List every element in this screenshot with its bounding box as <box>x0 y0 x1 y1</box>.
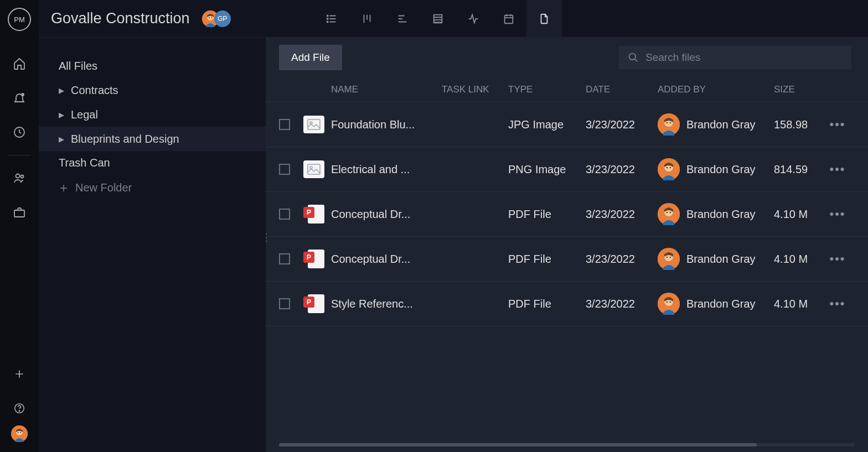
horizontal-scrollbar[interactable] <box>279 442 855 448</box>
file-type: PNG Image <box>508 163 586 176</box>
row-more-icon[interactable]: ••• <box>829 297 845 311</box>
file-row[interactable]: PConceptual Dr...PDF File3/23/2022Brando… <box>266 237 868 282</box>
svg-point-15 <box>327 15 328 16</box>
col-task[interactable]: TASK LINK <box>442 84 508 95</box>
row-checkbox[interactable] <box>279 253 290 264</box>
resize-handle[interactable]: ⋮ <box>261 231 270 243</box>
svg-point-20 <box>629 54 636 60</box>
people-icon[interactable] <box>12 171 27 185</box>
svg-point-13 <box>208 17 209 18</box>
avatar <box>658 248 680 270</box>
gantt-view-icon[interactable] <box>385 0 420 38</box>
tree-folder-contracts[interactable]: ▸Contracts <box>39 78 266 102</box>
file-row[interactable]: PConceptual Dr...PDF File3/23/2022Brando… <box>266 192 868 237</box>
avatar <box>658 203 680 225</box>
row-more-icon[interactable]: ••• <box>829 252 845 266</box>
files-view-icon[interactable] <box>526 0 562 38</box>
svg-point-10 <box>20 432 21 433</box>
left-iconbar: PM <box>0 0 39 452</box>
file-name: Conceptual Dr... <box>331 253 442 266</box>
search-icon <box>628 52 639 63</box>
row-more-icon[interactable]: ••• <box>829 207 845 221</box>
file-date: 3/23/2022 <box>586 163 658 176</box>
avatar <box>658 158 680 180</box>
svg-point-43 <box>666 302 668 303</box>
svg-point-31 <box>666 167 668 168</box>
file-size: 814.59 <box>774 163 824 176</box>
search-wrap <box>619 46 851 69</box>
tree-folder-blueprints[interactable]: ▸Blueprints and Design <box>39 127 266 151</box>
file-date: 3/23/2022 <box>586 208 658 221</box>
sheet-view-icon[interactable] <box>420 0 456 38</box>
svg-point-36 <box>670 212 671 213</box>
pdf-file-icon: P <box>303 205 324 224</box>
col-added[interactable]: ADDED BY <box>658 84 774 95</box>
file-row[interactable]: Foundation Blu...JPG Image3/23/2022Brand… <box>266 102 868 147</box>
tree-trash[interactable]: Trash Can <box>39 151 266 175</box>
svg-point-39 <box>666 257 668 258</box>
svg-rect-27 <box>308 164 320 174</box>
calendar-view-icon[interactable] <box>491 0 526 38</box>
tree-folder-legal[interactable]: ▸Legal <box>39 102 266 127</box>
pdf-file-icon: P <box>303 294 324 313</box>
file-name: Electrical and ... <box>331 163 442 176</box>
help-icon[interactable] <box>12 401 27 415</box>
avatar <box>658 113 680 136</box>
clock-icon[interactable] <box>12 125 27 139</box>
svg-point-2 <box>16 174 20 178</box>
svg-point-16 <box>327 18 328 19</box>
file-type: JPG Image <box>508 118 586 131</box>
svg-point-40 <box>670 257 671 258</box>
app-logo[interactable]: PM <box>8 8 31 31</box>
file-added-by: Brandon Gray <box>658 248 774 270</box>
svg-point-26 <box>670 122 671 123</box>
file-size: 4.10 M <box>774 208 824 221</box>
file-size: 158.98 <box>774 118 824 131</box>
col-type[interactable]: TYPE <box>508 84 586 95</box>
initials-badge: GP <box>214 11 231 27</box>
new-folder-label: New Folder <box>75 181 132 194</box>
row-more-icon[interactable]: ••• <box>829 117 845 132</box>
file-row[interactable]: PStyle Referenc...PDF File3/23/2022Brand… <box>266 282 868 326</box>
activity-view-icon[interactable] <box>456 0 491 38</box>
plus-icon <box>59 183 69 193</box>
col-name[interactable]: NAME <box>331 84 442 95</box>
svg-rect-4 <box>14 210 24 217</box>
svg-point-6 <box>19 411 19 411</box>
board-view-icon[interactable] <box>349 0 385 38</box>
tree-folder-label: Contracts <box>71 84 118 97</box>
file-type: PDF File <box>508 253 586 266</box>
home-icon[interactable] <box>12 56 27 71</box>
image-file-icon <box>303 116 324 133</box>
row-more-icon[interactable]: ••• <box>829 162 845 176</box>
file-size: 4.10 M <box>774 298 824 310</box>
file-name: Foundation Blu... <box>331 118 442 131</box>
file-row[interactable]: Electrical and ...PNG Image3/23/2022Bran… <box>266 147 868 192</box>
svg-point-44 <box>670 302 671 303</box>
col-size[interactable]: SIZE <box>774 84 824 95</box>
svg-point-0 <box>22 93 24 96</box>
new-folder-button[interactable]: New Folder <box>39 175 266 201</box>
tree-folder-label: Blueprints and Design <box>71 133 179 146</box>
add-file-button[interactable]: Add File <box>279 45 342 70</box>
pdf-file-icon: P <box>303 250 324 268</box>
briefcase-icon[interactable] <box>12 205 27 220</box>
plus-icon[interactable] <box>12 367 27 381</box>
list-view-icon[interactable] <box>314 0 349 38</box>
member-badges[interactable]: GP <box>202 11 231 27</box>
files-panel: Add File NAME TASK LINK TYPE DATE ADDED … <box>266 38 868 452</box>
row-checkbox[interactable] <box>279 298 290 309</box>
row-checkbox[interactable] <box>279 164 290 175</box>
search-input[interactable] <box>645 51 843 64</box>
row-checkbox[interactable] <box>279 209 290 220</box>
user-avatar[interactable] <box>11 425 28 442</box>
file-added-by: Brandon Gray <box>658 293 774 315</box>
view-nav <box>314 0 562 38</box>
svg-rect-19 <box>504 15 513 23</box>
bell-icon[interactable] <box>12 91 27 105</box>
file-name: Style Referenc... <box>331 298 442 310</box>
row-checkbox[interactable] <box>279 119 290 130</box>
tree-all-files[interactable]: All Files <box>39 54 266 78</box>
tree-folder-label: Legal <box>71 108 98 121</box>
col-date[interactable]: DATE <box>586 84 658 95</box>
